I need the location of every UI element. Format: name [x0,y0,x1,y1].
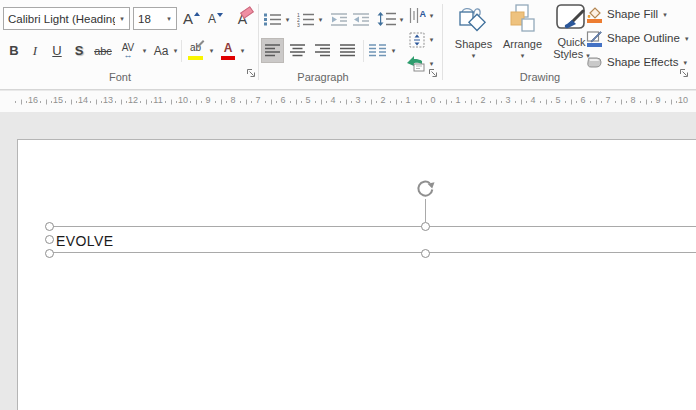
resize-handle-bottom-center[interactable] [421,249,430,258]
shapes-icon [457,3,491,35]
clear-formatting-button[interactable]: A [230,5,255,32]
ruler-number: 11 [153,95,162,105]
convert-to-smartart-button[interactable] [405,53,427,74]
justify-button[interactable] [336,38,359,63]
decrease-indent-button[interactable] [329,7,348,31]
ruler-number: 7 [255,95,260,105]
ruler-number: 1 [455,95,460,105]
font-color-button[interactable]: A [218,38,238,63]
arrange-button[interactable]: Arrange ▾ [499,3,546,69]
ruler-number: 9 [205,95,210,105]
shape-outline-button[interactable]: Shape Outline ▾ [586,28,688,48]
ruler-number: 2 [380,95,385,105]
underline-icon: U [52,43,61,58]
resize-handle-bottom-left[interactable] [45,249,54,258]
font-name-combobox[interactable]: Calibri Light (Heading ▾ [3,7,130,30]
rotate-handle-icon[interactable] [415,179,436,200]
italic-button[interactable]: I [26,38,44,63]
slide[interactable] [17,139,696,410]
shrink-font-button[interactable]: A [205,6,226,31]
shape-effects-dropdown-icon: ▾ [683,59,687,66]
textbox-bottom-border[interactable] [49,252,696,253]
align-left-button[interactable] [261,38,284,63]
shape-outline-label: Shape Outline [607,32,680,44]
text-shadow-button[interactable]: S [69,38,89,63]
caret-down-icon [217,13,223,17]
font-group-label: Font [0,71,240,83]
character-spacing-icon: AV ↔ [122,43,135,58]
shapes-button[interactable]: Shapes ▾ [450,3,497,69]
drawing-dialog-launcher-icon[interactable] [678,67,690,79]
align-left-icon [265,44,280,57]
shape-fill-icon [586,6,603,23]
shape-effects-button[interactable]: Shape Effects ▾ [586,52,687,72]
numbering-button[interactable]: 1 2 3 [295,7,315,31]
increase-indent-button[interactable] [351,7,370,31]
ruler-number: 14 [78,95,88,105]
columns-button[interactable] [367,38,388,63]
svg-text:3: 3 [297,21,300,27]
numbering-dropdown[interactable]: ▾ [316,7,325,31]
horizontal-ruler[interactable]: 16151413121110987654321012345678910 [0,91,696,112]
shape-fill-dropdown-icon: ▾ [663,11,667,18]
shape-effects-label: Shape Effects [607,56,678,68]
arrange-label: Arrange [503,38,542,50]
ruler-number: 4 [330,95,335,105]
font-dialog-launcher-icon[interactable] [245,67,257,79]
align-text-dropdown[interactable]: ▾ [427,29,436,50]
character-spacing-button[interactable]: AV ↔ [116,38,140,63]
bullets-icon [264,12,281,26]
slide-editing-area[interactable] [0,112,696,410]
shape-fill-button[interactable]: Shape Fill ▾ [586,4,667,24]
decrease-indent-icon [331,13,347,26]
shape-effects-icon [586,54,603,71]
align-center-button[interactable] [286,38,309,63]
align-center-icon [290,44,305,57]
quick-styles-icon [555,3,589,33]
font-name-value: Calibri Light (Heading [8,13,115,25]
bold-button[interactable]: B [4,38,24,63]
line-spacing-dropdown[interactable]: ▾ [397,7,406,31]
bullets-dropdown[interactable]: ▾ [283,7,292,31]
align-text-button[interactable] [407,29,427,50]
ruler-number: 8 [230,95,235,105]
resize-handle-top-center[interactable] [421,222,430,231]
group-divider [258,4,259,80]
text-direction-dropdown[interactable]: ▾ [427,5,436,26]
highlight-color-button[interactable]: ab [185,38,206,63]
font-color-dropdown[interactable]: ▾ [238,38,247,63]
shape-fill-label: Shape Fill [607,8,658,20]
resize-handle-top-left[interactable] [45,222,54,231]
shape-outline-icon [586,30,603,47]
ruler-number: 3 [505,95,510,105]
textbox-top-border[interactable] [49,226,696,227]
text-direction-button[interactable]: A [407,5,427,26]
change-case-dropdown[interactable]: ▾ [171,38,180,63]
resize-handle-middle-left[interactable] [45,235,54,244]
svg-text:A: A [419,9,426,19]
shapes-label: Shapes [455,38,492,50]
bullets-button[interactable] [262,7,282,31]
textbox-text[interactable]: EVOLVE [56,233,113,249]
group-divider [442,4,443,80]
strikethrough-button[interactable]: abc [91,38,115,63]
chevron-down-icon[interactable]: ▾ [162,15,176,22]
character-spacing-dropdown[interactable]: ▾ [140,38,149,63]
numbering-icon: 1 2 3 [297,12,314,27]
divider [181,40,182,62]
line-spacing-button[interactable] [375,7,397,31]
chevron-down-icon[interactable]: ▾ [115,15,129,22]
font-size-combobox[interactable]: 18 ▾ [133,7,177,30]
grow-font-button[interactable]: A [180,6,203,31]
ruler-number: 8 [630,95,635,105]
ruler-number: 4 [530,95,535,105]
ruler-number: 5 [555,95,560,105]
highlight-color-dropdown[interactable]: ▾ [207,38,216,63]
columns-dropdown[interactable]: ▾ [389,38,398,63]
underline-button[interactable]: U [47,38,67,63]
ruler-number: 15 [53,95,63,105]
change-case-button[interactable]: Aa [151,38,171,63]
ruler-number: 0 [430,95,435,105]
align-right-button[interactable] [311,38,334,63]
paragraph-dialog-launcher-icon[interactable] [427,67,439,79]
